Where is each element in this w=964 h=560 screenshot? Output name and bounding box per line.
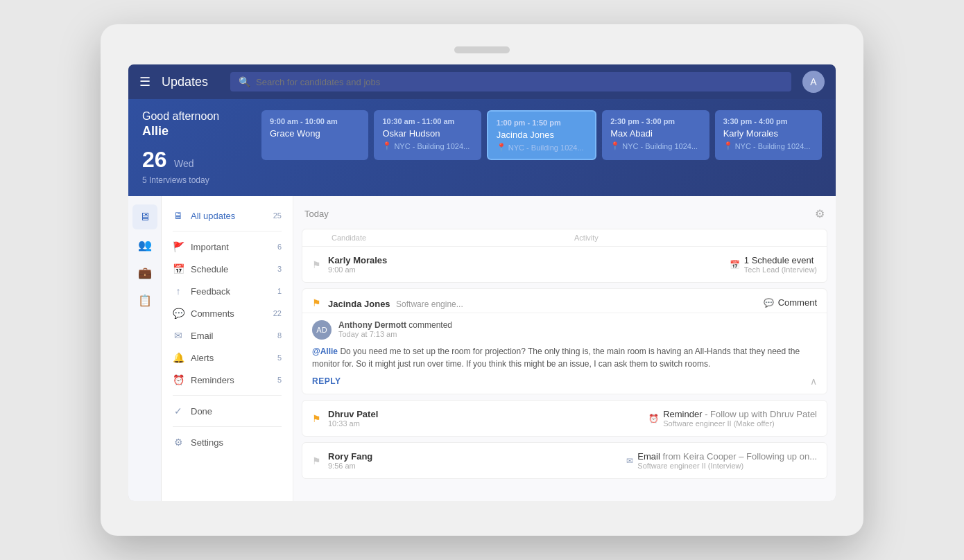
candidate-time-rory: 9:56 am [328, 462, 619, 470]
nav-item-all-updates[interactable]: 🖥 All updates 25 [162, 204, 293, 227]
interview-loc-4: 📍 NYC - Building 1024... [723, 141, 814, 150]
nav-item-email[interactable]: ✉ Email 8 [162, 324, 293, 347]
hero-interviews-count: 5 Interviews today [142, 175, 242, 185]
table-row[interactable]: ⚑ Karly Morales 9:00 am 📅 1 Schedule eve… [302, 247, 827, 282]
flag-icon-0: ⚑ [312, 259, 321, 270]
activity-label-dhruv: Reminder - Follow up with Dhruv Patel [663, 409, 817, 419]
nav-badge-all-updates: 25 [273, 211, 282, 220]
interview-card-4[interactable]: 3:30 pm - 4:00 pm Karly Morales 📍 NYC - … [715, 110, 822, 160]
nav-item-settings[interactable]: ⚙ Settings [162, 431, 293, 453]
section-today-label: Today [304, 209, 329, 219]
table-header-row: Candidate Activity [302, 229, 827, 247]
comment-meta: Anthony Dermott commented [338, 320, 452, 330]
col-header-candidate: Candidate [332, 234, 574, 242]
interview-loc-2: 📍 NYC - Building 1024... [497, 143, 587, 152]
nav-badge-important: 6 [277, 243, 282, 251]
sidebar-icon-people[interactable]: 👥 [132, 232, 157, 257]
nav-item-reminders[interactable]: ⏰ Reminders 5 [162, 369, 293, 391]
interview-card-0[interactable]: 9:00 am - 10:00 am Grace Wong [261, 110, 368, 160]
comment-text: @Allie Do you need me to set up the room… [312, 345, 817, 370]
interview-name-4: Karly Morales [723, 128, 814, 139]
collapse-icon[interactable]: ∧ [810, 376, 817, 387]
sidebar-icon-dashboard[interactable]: 🖥 [132, 204, 157, 229]
reminder-icon: ⏰ [648, 414, 659, 423]
flag-icon-jacinda: ⚑ [312, 297, 321, 308]
candidate-time-dhruv: 10:33 am [328, 419, 642, 428]
reply-button[interactable]: REPLY [312, 376, 341, 386]
updates-header: Today ⚙ [293, 207, 836, 229]
sidebar-icon-jobs[interactable]: 💼 [132, 260, 157, 285]
nav-item-comments[interactable]: 💬 Comments 22 [162, 302, 293, 324]
candidate-name-0: Karly Morales [328, 255, 723, 265]
search-icon: 🔍 [239, 76, 250, 87]
nav-badge-alerts: 5 [277, 353, 282, 362]
nav-label-done: Done [191, 406, 212, 417]
comment-time: Today at 7:13 am [338, 330, 452, 338]
nav-item-feedback[interactable]: ↑ Feedback 1 [162, 280, 293, 302]
nav-item-alerts[interactable]: 🔔 Alerts 5 [162, 347, 293, 369]
nav-badge-feedback: 1 [277, 287, 282, 295]
nav-icon-schedule: 📅 [173, 263, 184, 274]
dhruv-row[interactable]: ⚑ Dhruv Patel 10:33 am ⏰ Reminder - Foll… [302, 401, 827, 436]
interview-cards: 9:00 am - 10:00 am Grace Wong 10:30 am -… [261, 110, 822, 160]
flag-icon-rory: ⚑ [312, 455, 321, 466]
update-card-rory: ⚑ Rory Fang 9:56 am ✉ Email from Keira C… [302, 442, 827, 479]
laptop-outer: ☰ Updates 🔍 A Good afternoon Allie 26 We… [101, 24, 863, 536]
interview-card-1[interactable]: 10:30 am - 11:00 am Oskar Hudson 📍 NYC -… [374, 110, 481, 160]
activity-sub-rory: Software engineer II (Interview) [637, 462, 817, 470]
interview-name-0: Grace Wong [270, 128, 360, 139]
search-input[interactable] [256, 77, 783, 87]
rory-row[interactable]: ⚑ Rory Fang 9:56 am ✉ Email from Keira C… [302, 443, 827, 478]
comment-mention: @Allie [312, 347, 338, 356]
comment-icon: 💬 [764, 298, 774, 308]
candidate-name-rory: Rory Fang [328, 451, 619, 462]
nav-icon-all-updates: 🖥 [173, 210, 184, 221]
candidate-role-jacinda: Software engine... [396, 299, 463, 309]
left-nav: 🖥 All updates 25 🚩 Important 6 📅 Schedul… [162, 196, 293, 501]
activity-col-jacinda: 💬 Comment [764, 297, 817, 308]
comment-action-label: commented [408, 320, 452, 330]
nav-icon-settings: ⚙ [173, 437, 184, 448]
activity-label-jacinda: Comment [778, 297, 817, 308]
nav-badge-reminders: 5 [277, 376, 282, 384]
updates-table-card: Candidate Activity ⚑ Karly Morales 9:00 … [302, 229, 827, 283]
nav-icon-alerts: 🔔 [173, 352, 184, 363]
interview-card-3[interactable]: 2:30 pm - 3:00 pm Max Abadi 📍 NYC - Buil… [602, 110, 709, 160]
nav-item-done[interactable]: ✓ Done [162, 400, 293, 422]
calendar-icon: 📅 [730, 260, 740, 270]
nav-item-important[interactable]: 🚩 Important 6 [162, 236, 293, 258]
activity-col-0: 📅 1 Schedule event Tech Lead (Interview) [730, 255, 817, 274]
email-icon: ✉ [626, 456, 633, 466]
nav-label-email: Email [191, 331, 214, 341]
interview-name-1: Oskar Hudson [382, 128, 472, 139]
commenter-name: Anthony Dermott [338, 320, 406, 330]
search-bar[interactable]: 🔍 [230, 72, 791, 91]
nav-label-feedback: Feedback [191, 286, 230, 297]
activity-label-rory: Email from Keira Cooper – Following up o… [637, 451, 817, 462]
laptop-notch [454, 46, 510, 53]
candidate-name-jacinda: Jacinda Jones [328, 299, 390, 309]
greeting-name: Allie [142, 124, 242, 139]
candidate-info-rory: Rory Fang 9:56 am [328, 451, 619, 470]
activity-sub-dhruv: Software engineer II (Make offer) [663, 419, 817, 428]
candidate-time-0: 9:00 am [328, 265, 723, 274]
filter-icon[interactable]: ⚙ [815, 207, 825, 220]
menu-icon[interactable]: ☰ [139, 74, 150, 89]
nav-item-schedule[interactable]: 📅 Schedule 3 [162, 258, 293, 280]
interview-card-2[interactable]: 1:00 pm - 1:50 pm Jacinda Jones 📍 NYC - … [487, 110, 596, 160]
commenter-row: AD Anthony Dermott commented Today at 7:… [312, 320, 817, 340]
jacinda-top-row[interactable]: ⚑ Jacinda Jones Software engine... 💬 Com… [302, 289, 827, 313]
nav-divider-2 [173, 395, 282, 396]
user-avatar[interactable]: A [802, 71, 825, 93]
interview-loc-3: 📍 NYC - Building 1024... [610, 141, 700, 150]
hero-greeting: Good afternoon Allie 26 Wed 5 Interviews… [142, 110, 253, 185]
interview-name-2: Jacinda Jones [497, 130, 587, 140]
comment-footer: REPLY ∧ [312, 376, 817, 387]
top-nav: ☰ Updates 🔍 A [128, 64, 836, 99]
sidebar-icon-reports[interactable]: 📋 [132, 288, 157, 313]
nav-label-all-updates: All updates [191, 211, 235, 221]
hero-section: Good afternoon Allie 26 Wed 5 Interviews… [128, 99, 836, 196]
comment-section: AD Anthony Dermott commented Today at 7:… [302, 313, 827, 394]
candidate-info-jacinda: Jacinda Jones Software engine... [328, 297, 757, 310]
nav-icon-done: ✓ [173, 405, 184, 417]
